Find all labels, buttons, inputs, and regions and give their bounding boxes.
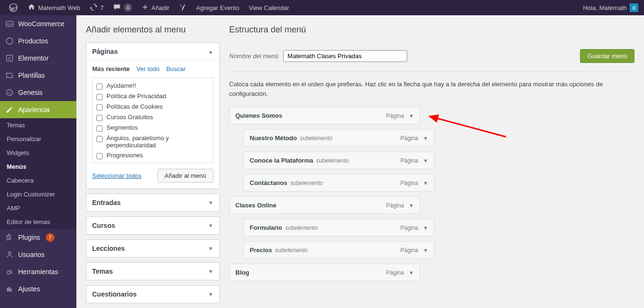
chevron-down-icon: ▼ (208, 268, 213, 274)
chevron-down-icon[interactable]: ▼ (409, 113, 414, 119)
submenu-item-cabecera[interactable]: Cabecera (0, 174, 76, 187)
svg-text:E: E (8, 56, 11, 61)
accordion-cursos[interactable]: Cursos▼ (86, 217, 219, 234)
page-checkbox-item[interactable]: Ángulos, paralelismo y perpendicularidad (96, 133, 209, 150)
menu-item[interactable]: ContáctanossubelementoPágina▼ (243, 174, 434, 192)
page-checkbox[interactable] (96, 153, 103, 159)
page-checkbox-item[interactable]: Segmentos (96, 123, 209, 133)
svg-rect-10 (11, 288, 12, 291)
page-checkbox[interactable] (96, 125, 103, 132)
svg-point-7 (8, 252, 11, 254)
heading-add-elements: Añadir elementos al menu (86, 25, 220, 35)
page-checkbox[interactable] (96, 94, 103, 100)
submenu-item-temas[interactable]: Temas (0, 118, 76, 132)
view-calendar[interactable]: View Calendar (244, 0, 294, 15)
site-link[interactable]: Matemath Web (23, 0, 85, 15)
svg-text:G: G (8, 91, 11, 95)
page-checkbox[interactable] (96, 83, 103, 90)
update-icon (90, 3, 97, 12)
yoast-icon (179, 3, 187, 12)
wp-logo[interactable] (4, 0, 23, 15)
sidebar-item-woocommerce[interactable]: WooWooCommerce (0, 15, 76, 32)
svg-rect-8 (7, 287, 9, 291)
pages-metabox: Páginas ▲ Más reciente Ver todo Buscar A… (86, 42, 220, 189)
sidebar-item-plugins[interactable]: Plugins7 (0, 229, 76, 246)
comment-icon (113, 3, 121, 12)
page-checkbox[interactable] (96, 136, 103, 142)
help-text: Coloca cada elemento en el orden que pre… (229, 80, 634, 98)
accordion-temas[interactable]: Temas▼ (86, 263, 219, 280)
sidebar-item-genesis[interactable]: GGenesis (0, 84, 76, 101)
wordpress-icon (9, 3, 18, 12)
sidebar-item-elementor[interactable]: EElementor (0, 50, 76, 67)
menu-item[interactable]: Clases OnlinePágina▼ (229, 196, 420, 214)
page-checkbox-item[interactable]: Política de Privacidad (96, 91, 209, 102)
tab-recent[interactable]: Más reciente (92, 65, 130, 72)
sidebar-item-appearance[interactable]: Apariencia (0, 101, 76, 118)
updates-count: 7 (100, 4, 104, 11)
menu-item[interactable]: Quienes SomosPágina▼ (229, 107, 420, 124)
submenu-item-widgets[interactable]: Widgets (0, 146, 76, 160)
chevron-down-icon[interactable]: ▼ (423, 135, 428, 141)
chevron-down-icon[interactable]: ▼ (409, 270, 414, 276)
submenu-item-menús[interactable]: Menús (0, 160, 76, 174)
add-to-menu-button[interactable]: Añadir al menú (158, 169, 213, 183)
admin-sidebar: WooWooCommerceProductosEElementorPlantil… (0, 15, 76, 308)
add-label: Añadir (151, 4, 169, 11)
save-menu-button[interactable]: Guardar menú (580, 49, 634, 63)
pages-checklist[interactable]: Ayúdame!!Política de PrivacidadPolíticas… (92, 77, 213, 163)
plus-icon (142, 4, 148, 12)
menu-icon (5, 250, 14, 259)
chevron-down-icon[interactable]: ▼ (423, 225, 428, 231)
chevron-down-icon[interactable]: ▼ (409, 203, 414, 208)
page-checkbox[interactable] (96, 104, 103, 111)
add-new[interactable]: Añadir (137, 0, 174, 15)
menu-item[interactable]: Nuestro MétodosubelementoPágina▼ (243, 129, 434, 147)
updates-link[interactable]: 7 (85, 0, 108, 15)
page-checkbox-item[interactable]: Progresiones (96, 150, 209, 161)
add-event[interactable]: Agregar Evento (191, 0, 244, 15)
yoast-link[interactable] (174, 0, 191, 15)
tab-search[interactable]: Buscar (166, 65, 185, 72)
menu-icon: E (5, 53, 14, 63)
menu-item[interactable]: BlogPágina▼ (229, 264, 420, 281)
chevron-down-icon[interactable]: ▼ (423, 247, 428, 253)
submenu-item-login-customizer[interactable]: Login Customizer (0, 187, 76, 201)
menu-name-input[interactable] (283, 50, 407, 62)
svg-rect-9 (9, 287, 10, 292)
home-icon (28, 3, 35, 12)
chevron-down-icon[interactable]: ▼ (423, 180, 428, 186)
submenu-item-editor-de-temas[interactable]: Editor de temas (0, 215, 76, 229)
menu-icon (5, 284, 14, 294)
sidebar-item-ajustes[interactable]: Ajustes (0, 280, 76, 298)
sidebar-item-usuarios[interactable]: Usuarios (0, 246, 76, 263)
chevron-down-icon: ▼ (208, 223, 213, 228)
site-name: Matemath Web (38, 4, 80, 11)
page-checkbox-item[interactable]: Ayúdame!! (96, 81, 209, 91)
sidebar-item-herramientas[interactable]: Herramientas (0, 263, 76, 280)
avatar[interactable]: α (630, 3, 638, 12)
comments-link[interactable]: 0 (108, 0, 137, 15)
chevron-down-icon[interactable]: ▼ (423, 158, 428, 164)
accordion-cuestionarios[interactable]: Cuestionarios▼ (86, 286, 219, 303)
admin-toolbar: Matemath Web 7 0 Añadir Agregar Evento V… (0, 0, 644, 15)
menu-icon: Woo (5, 19, 14, 29)
page-checkbox-item[interactable]: Políticas de Cookies (96, 102, 209, 112)
page-checkbox[interactable] (96, 115, 103, 121)
menu-icon (5, 71, 14, 80)
accordion-entradas[interactable]: Entradas▼ (86, 194, 219, 211)
sidebar-item-plantillas[interactable]: Plantillas (0, 67, 76, 84)
menu-item[interactable]: PreciossubelementoPágina▼ (243, 241, 434, 259)
menu-item[interactable]: Conoce la PlataformasubelementoPágina▼ (243, 152, 434, 169)
user-greeting[interactable]: Hola, Matemath (583, 4, 627, 11)
pages-metabox-header[interactable]: Páginas ▲ (86, 43, 219, 60)
submenu-item-personalizar[interactable]: Personalizar (0, 132, 76, 146)
sidebar-item-productos[interactable]: Productos (0, 32, 76, 50)
menu-item[interactable]: FormulariosubelementoPágina▼ (243, 219, 434, 236)
submenu-item-amp[interactable]: AMP (0, 201, 76, 215)
menu-icon (5, 36, 14, 46)
accordion-lecciones[interactable]: Lecciones▼ (86, 240, 219, 257)
select-all-link[interactable]: Seleccionar todos (92, 172, 141, 179)
page-checkbox-item[interactable]: Cursos Gratuitos (96, 112, 209, 123)
tab-all[interactable]: Ver todo (137, 65, 159, 72)
